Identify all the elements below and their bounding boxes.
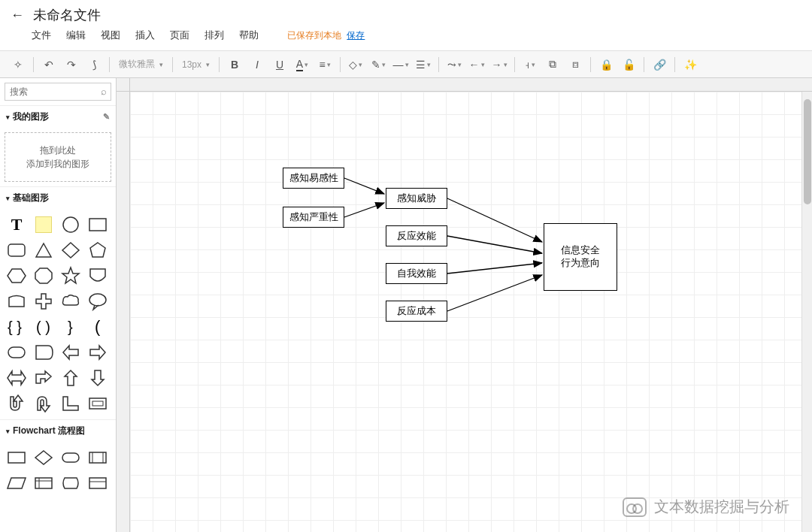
ruler-vertical[interactable] — [117, 92, 130, 532]
save-link[interactable]: 保存 — [347, 30, 365, 41]
shape-paren-single[interactable]: ( — [84, 314, 111, 340]
panel-basic-shapes[interactable]: 基础图形 — [0, 186, 116, 209]
fc-decision[interactable] — [30, 445, 57, 470]
search-input[interactable] — [5, 83, 111, 101]
shape-circle[interactable] — [57, 212, 84, 237]
shape-paren[interactable]: ( ) — [30, 314, 57, 340]
shape-uturn-down[interactable] — [3, 391, 30, 416]
magic-icon[interactable]: ✨ — [680, 55, 701, 74]
connector-icon[interactable]: ⤳ — [444, 55, 465, 74]
menu-arrange[interactable]: 排列 — [205, 29, 224, 42]
undo-icon[interactable]: ↶ — [38, 55, 59, 74]
shape-arrow-lr[interactable] — [3, 365, 30, 391]
node-cost[interactable]: 反应成本 — [386, 301, 447, 322]
shape-cross[interactable] — [30, 289, 57, 314]
underline-icon[interactable]: U — [269, 55, 290, 74]
lock-icon[interactable]: 🔒 — [595, 55, 617, 74]
fc-internal[interactable] — [30, 470, 57, 496]
menu-file[interactable]: 文件 — [32, 29, 51, 42]
node-sensitivity[interactable]: 感知易感性 — [283, 168, 344, 189]
shape-rect[interactable] — [84, 212, 111, 237]
canvas[interactable]: 感知易感性 感知严重性 感知威胁 反应效能 自我效能 反应成本 信息安全行为意向 — [130, 92, 812, 532]
panel-flowchart[interactable]: Flowchart 流程图 — [0, 419, 116, 442]
document-title[interactable]: 未命名文件 — [33, 6, 101, 24]
back-arrow-icon[interactable]: ← — [11, 8, 24, 23]
format-painter-icon[interactable]: ⟆ — [83, 55, 105, 74]
svg-marker-5 — [90, 243, 105, 257]
node-sensitivity-label: 感知易感性 — [289, 172, 338, 185]
shape-turn[interactable] — [30, 365, 57, 391]
shape-arrow-down[interactable] — [84, 365, 111, 391]
shape-trapezoid[interactable] — [3, 289, 30, 314]
shape-octagon[interactable] — [30, 263, 57, 289]
menu-view[interactable]: 视图 — [101, 29, 120, 42]
app-header: ← 未命名文件 文件 编辑 视图 插入 页面 排列 帮助 已保存到本地 保存 — [0, 0, 812, 51]
menu-insert[interactable]: 插入 — [135, 29, 155, 42]
shape-shield[interactable] — [84, 263, 111, 289]
italic-icon[interactable]: I — [247, 55, 268, 74]
scrollbar-vertical[interactable] — [801, 92, 812, 532]
menu-help[interactable]: 帮助 — [239, 29, 259, 42]
shape-arrow-left[interactable] — [57, 340, 84, 365]
flowchart-grid — [0, 442, 116, 499]
ungroup-icon[interactable]: ⧈ — [565, 55, 586, 74]
ruler-horizontal[interactable] — [130, 78, 812, 92]
fc-process[interactable] — [3, 445, 30, 470]
shape-rounded[interactable] — [3, 340, 30, 365]
line-width-icon[interactable]: ☰ — [413, 55, 434, 74]
node-response[interactable]: 反应效能 — [386, 225, 447, 246]
shape-leaf[interactable] — [30, 340, 57, 365]
search-icon[interactable]: ⌕ — [101, 86, 107, 97]
edit-icon[interactable]: ✎ — [103, 112, 110, 122]
node-self-efficacy[interactable]: 自我效能 — [386, 263, 447, 284]
fc-terminator[interactable] — [57, 445, 84, 470]
shape-uturn-up[interactable] — [30, 391, 57, 416]
shape-triangle[interactable] — [30, 237, 57, 263]
fc-card[interactable] — [84, 470, 111, 496]
preview-icon[interactable]: ✧ — [8, 55, 29, 74]
font-family-select[interactable]: 微软雅黑 — [114, 58, 168, 71]
font-size-select[interactable]: 13px — [177, 59, 214, 70]
arrow-end-icon[interactable]: → — [489, 55, 510, 74]
line-style-icon[interactable]: ― — [390, 55, 411, 74]
menu-page[interactable]: 页面 — [170, 29, 189, 42]
fc-predefined[interactable] — [84, 445, 111, 470]
scroll-thumb[interactable] — [804, 99, 811, 204]
font-color-icon[interactable]: A — [292, 55, 313, 74]
shape-pentagon[interactable] — [84, 237, 111, 263]
svg-rect-16 — [92, 401, 103, 406]
fill-color-icon[interactable]: ◇ — [345, 55, 366, 74]
line-color-icon[interactable]: ✎ — [368, 55, 389, 74]
shape-arrow-right[interactable] — [84, 340, 111, 365]
menu-edit[interactable]: 编辑 — [66, 29, 86, 42]
shape-corner[interactable] — [57, 391, 84, 416]
shape-speech[interactable] — [84, 289, 111, 314]
arrow-start-icon[interactable]: ← — [466, 55, 487, 74]
shape-brace-left[interactable]: { } — [3, 314, 30, 340]
shape-cloud[interactable] — [57, 289, 84, 314]
fc-display[interactable] — [57, 470, 84, 496]
shape-brace-single[interactable]: } — [57, 314, 84, 340]
svg-rect-27 — [89, 478, 106, 488]
shape-diamond[interactable] — [57, 237, 84, 263]
shape-hexagon[interactable] — [3, 263, 30, 289]
shape-frame[interactable] — [84, 391, 111, 416]
shape-note[interactable] — [30, 212, 57, 237]
shape-star[interactable] — [57, 263, 84, 289]
align-icon[interactable]: ≡ — [314, 55, 335, 74]
group-icon[interactable]: ⧉ — [542, 55, 563, 74]
node-severity[interactable]: 感知严重性 — [283, 207, 344, 228]
fc-data[interactable] — [3, 470, 30, 496]
shape-arrow-up[interactable] — [57, 365, 84, 391]
bold-icon[interactable]: B — [224, 55, 245, 74]
unlock-icon[interactable]: 🔓 — [618, 55, 639, 74]
link-icon[interactable]: 🔗 — [649, 55, 670, 74]
shape-roundrect[interactable] — [3, 237, 30, 263]
node-intention[interactable]: 信息安全行为意向 — [544, 223, 617, 291]
shape-text[interactable]: T — [3, 212, 30, 237]
position-icon[interactable]: ⫞ — [520, 55, 541, 74]
panel-my-shapes[interactable]: 我的图形 ✎ — [0, 105, 116, 128]
node-threat[interactable]: 感知威胁 — [386, 188, 447, 209]
drop-zone[interactable]: 拖到此处 添加到我的图形 — [5, 132, 111, 182]
redo-icon[interactable]: ↷ — [61, 55, 82, 74]
